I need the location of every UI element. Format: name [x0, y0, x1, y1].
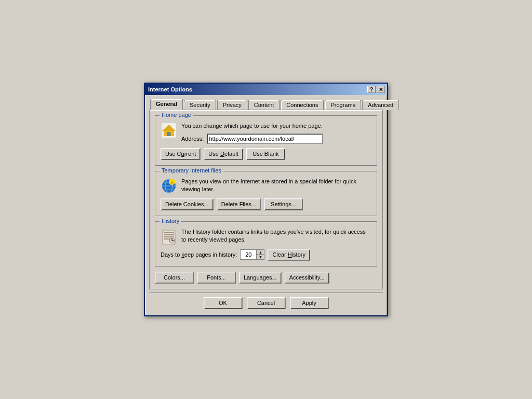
- bottom-buttons: Colors... Fonts... Languages... Accessib…: [155, 272, 377, 284]
- dialog-body: General Security Privacy Content Connect…: [145, 95, 387, 315]
- dialog-footer: OK Cancel Apply: [149, 292, 383, 311]
- home-icon: [161, 122, 177, 139]
- home-page-description: You can change which page to use for you…: [181, 123, 323, 129]
- days-label: Days to keep pages in history:: [161, 251, 237, 258]
- internet-options-dialog: Internet Options ? ✕ General Security Pr…: [144, 83, 388, 316]
- tab-programs[interactable]: Programs: [325, 100, 361, 110]
- days-input[interactable]: [241, 250, 256, 259]
- days-spinner[interactable]: ▲ ▼: [240, 249, 264, 260]
- clear-history-button[interactable]: Clear History: [268, 249, 310, 261]
- svg-rect-13: [164, 232, 174, 233]
- ie-icon: e: [161, 178, 177, 194]
- delete-files-button[interactable]: Delete Files...: [217, 198, 261, 210]
- tab-security[interactable]: Security: [184, 100, 216, 110]
- address-row: Address:: [181, 134, 323, 144]
- home-icon-svg: [161, 122, 177, 139]
- home-page-text: You can change which page to use for you…: [181, 122, 323, 143]
- tab-general[interactable]: General: [150, 99, 183, 110]
- close-button[interactable]: ✕: [377, 86, 385, 93]
- address-label: Address:: [181, 136, 204, 142]
- tab-bar: General Security Privacy Content Connect…: [149, 98, 383, 110]
- history-content: The History folder contains links to pag…: [161, 228, 371, 245]
- tab-advanced[interactable]: Advanced: [362, 100, 399, 110]
- history-title: History: [159, 218, 181, 224]
- temp-files-content: e Pages you view on the Internet are sto…: [161, 178, 371, 194]
- use-current-button[interactable]: Use Current: [161, 148, 201, 160]
- apply-button[interactable]: Apply: [290, 297, 329, 309]
- spinner-down-arrow[interactable]: ▼: [257, 255, 264, 259]
- spinner-arrows: ▲ ▼: [256, 250, 264, 259]
- home-page-section: Home page You can change which p: [155, 115, 377, 165]
- temp-files-description: Pages you view on the Internet are store…: [181, 178, 371, 194]
- languages-button[interactable]: Languages...: [239, 272, 282, 284]
- history-icon-svg: [161, 228, 177, 245]
- home-page-title: Home page: [159, 112, 193, 118]
- help-button[interactable]: ?: [367, 86, 376, 93]
- history-section: History The His: [155, 221, 377, 267]
- tab-connections[interactable]: Connections: [281, 100, 324, 110]
- colors-button[interactable]: Colors...: [155, 272, 194, 284]
- use-blank-button[interactable]: Use Blank: [246, 148, 285, 160]
- svg-text:e: e: [170, 180, 173, 185]
- history-description: The History folder contains links to pag…: [181, 228, 371, 244]
- svg-rect-14: [164, 234, 174, 235]
- delete-cookies-button[interactable]: Delete Cookies...: [161, 198, 214, 210]
- spinner-up-arrow[interactable]: ▲: [257, 250, 264, 255]
- ie-icon-svg: e: [161, 178, 177, 194]
- title-bar-buttons: ? ✕: [367, 86, 385, 93]
- tab-privacy[interactable]: Privacy: [217, 100, 247, 110]
- address-input[interactable]: [207, 134, 322, 144]
- fonts-button[interactable]: Fonts...: [197, 272, 236, 284]
- history-icon: [161, 228, 177, 245]
- use-default-button[interactable]: Use Default: [204, 148, 243, 160]
- home-page-content: You can change which page to use for you…: [161, 122, 371, 143]
- history-days-row: Days to keep pages in history: ▲ ▼ Clear…: [161, 249, 371, 261]
- svg-rect-4: [167, 132, 170, 136]
- temp-files-section: Temporary Internet files e: [155, 171, 377, 216]
- cancel-button[interactable]: Cancel: [247, 297, 286, 309]
- temp-files-buttons: Delete Cookies... Delete Files... Settin…: [161, 198, 371, 210]
- tab-content[interactable]: Content: [248, 100, 280, 110]
- title-bar: Internet Options ? ✕: [145, 84, 387, 95]
- dialog-title: Internet Options: [148, 86, 192, 92]
- accessibility-button[interactable]: Accessibility...: [285, 272, 329, 284]
- svg-rect-15: [164, 236, 174, 237]
- tab-content-area: Home page You can change which p: [149, 110, 383, 289]
- settings-button[interactable]: Settings...: [264, 198, 303, 210]
- home-page-buttons: Use Current Use Default Use Blank: [161, 148, 371, 160]
- ok-button[interactable]: OK: [204, 297, 243, 309]
- temp-files-title: Temporary Internet files: [159, 167, 223, 174]
